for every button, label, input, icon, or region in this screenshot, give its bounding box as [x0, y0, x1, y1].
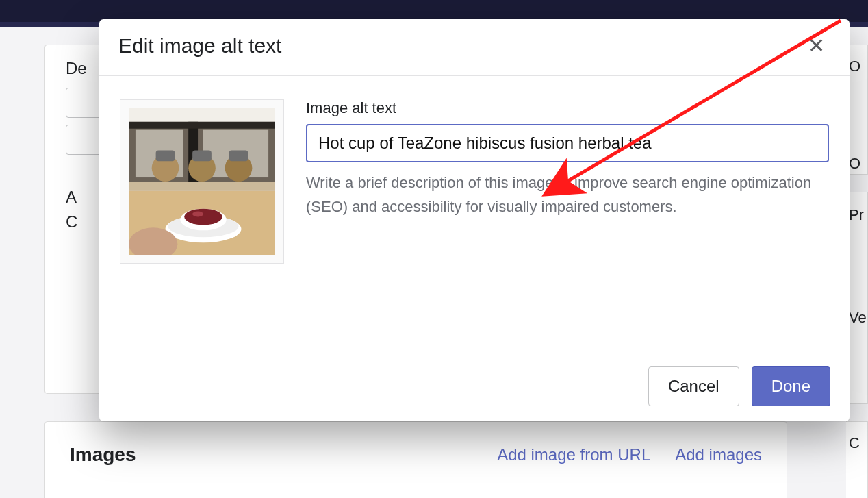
- svg-rect-11: [192, 150, 212, 161]
- add-images-link[interactable]: Add images: [675, 445, 762, 464]
- images-card: Images Add image from URL Add images: [44, 421, 787, 498]
- svg-rect-9: [156, 150, 175, 161]
- alt-text-label: Image alt text: [306, 99, 829, 117]
- svg-rect-13: [229, 150, 248, 161]
- edit-alt-text-modal: Edit image alt text ✕: [99, 19, 850, 421]
- alt-text-form: Image alt text Write a brief description…: [306, 99, 829, 344]
- modal-body: Image alt text Write a brief description…: [99, 76, 850, 351]
- alt-text-input[interactable]: [306, 124, 829, 162]
- svg-rect-4: [129, 182, 275, 191]
- add-image-from-url-link[interactable]: Add image from URL: [497, 445, 650, 464]
- svg-point-18: [192, 212, 203, 217]
- done-button[interactable]: Done: [752, 366, 830, 406]
- svg-rect-3: [129, 122, 275, 129]
- images-card-title: Images: [70, 444, 136, 466]
- alt-text-help: Write a brief description of this image …: [306, 171, 819, 219]
- modal-footer: Cancel Done: [99, 351, 850, 421]
- sidebar-card-3: C: [846, 421, 868, 498]
- image-thumbnail: [120, 99, 284, 264]
- close-icon[interactable]: ✕: [802, 33, 830, 59]
- modal-title: Edit image alt text: [118, 34, 281, 58]
- modal-header: Edit image alt text ✕: [99, 19, 850, 76]
- cancel-button[interactable]: Cancel: [648, 366, 739, 406]
- svg-point-17: [184, 209, 222, 225]
